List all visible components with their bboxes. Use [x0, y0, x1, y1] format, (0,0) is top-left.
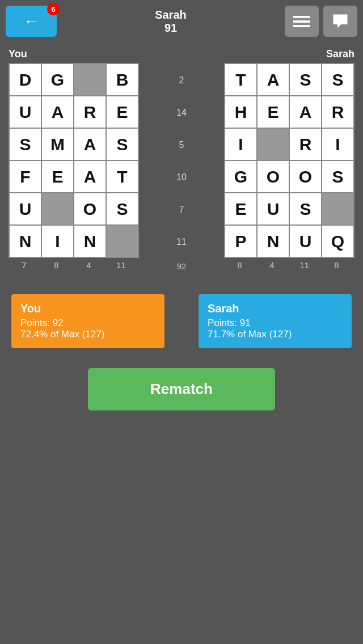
you-cell-1-2: R — [74, 96, 105, 128]
back-button[interactable]: ← 6 — [6, 6, 57, 37]
sarah-cell-5-2: U — [290, 226, 321, 257]
sarah-cell-2-3: I — [322, 129, 353, 160]
you-cell-1-0: U — [10, 96, 41, 128]
row-score-3: 10 — [176, 161, 187, 193]
sarah-cell-5-0: P — [225, 226, 256, 257]
header-right — [285, 6, 357, 37]
sarah-cell-1-0: H — [225, 96, 256, 128]
you-cell-4-3: S — [107, 193, 138, 224]
sarah-card-title: Sarah — [208, 302, 343, 315]
row-score-1: 14 — [176, 96, 187, 129]
you-card-points: Points: 92 — [20, 317, 155, 329]
sarah-cell-5-1: N — [258, 226, 289, 257]
sarah-col-total-2: 11 — [289, 260, 320, 270]
you-cell-0-1: G — [42, 64, 73, 95]
boards-section: You DGBUARESMASFEATUOSNIN 78411 21451071… — [9, 48, 354, 272]
sarah-col-total-0: 8 — [224, 260, 255, 270]
sarah-col-total-1: 4 — [256, 260, 288, 270]
score-cards: You Points: 92 72.4% of Max (127) Sarah … — [9, 294, 354, 348]
you-cell-3-0: F — [10, 161, 41, 192]
sarah-cell-0-0: T — [225, 64, 256, 95]
you-cell-4-0: U — [10, 193, 41, 224]
sarah-cell-2-0: I — [225, 129, 256, 160]
menu-icon — [293, 13, 310, 30]
sarah-card-percent: 71.7% of Max (127) — [208, 329, 343, 340]
you-cell-2-1: M — [42, 129, 73, 160]
sarah-col-totals: 84118 — [224, 260, 354, 270]
back-badge: 6 — [47, 3, 60, 15]
sarah-cell-5-3: Q — [322, 226, 353, 257]
sarah-cell-1-1: E — [258, 96, 289, 128]
you-cell-3-1: E — [42, 161, 73, 192]
you-cell-0-3: B — [107, 64, 138, 95]
total-score: 92 — [177, 260, 187, 272]
sarah-cell-0-2: S — [290, 64, 321, 95]
you-col-total-3: 11 — [105, 260, 137, 270]
menu-button[interactable] — [285, 6, 319, 37]
svg-rect-2 — [293, 25, 310, 27]
you-card-title: You — [20, 302, 155, 315]
you-board-container: You DGBUARESMASFEATUOSNIN 78411 — [9, 48, 139, 270]
header: ← 6 Sarah 91 — [0, 0, 363, 43]
you-cell-2-0: S — [10, 129, 41, 160]
you-col-total-0: 7 — [9, 260, 40, 270]
sarah-cell-3-0: G — [225, 161, 256, 192]
sarah-card-points: Points: 91 — [208, 317, 343, 329]
you-cell-4-1 — [42, 193, 73, 224]
sarah-cell-3-3: S — [322, 161, 353, 192]
you-cell-1-1: A — [42, 96, 73, 128]
sarah-score-card: Sarah Points: 91 71.7% of Max (127) — [199, 294, 352, 348]
opponent-score: 91 — [155, 22, 187, 35]
row-score-4: 7 — [179, 193, 184, 226]
you-cell-3-3: T — [107, 161, 138, 192]
you-cell-5-2: N — [74, 226, 105, 257]
you-col-total-2: 4 — [73, 260, 104, 270]
you-cell-5-0: N — [10, 226, 41, 257]
you-cell-0-2 — [74, 64, 105, 95]
you-score-card: You Points: 92 72.4% of Max (127) — [11, 294, 164, 348]
sarah-col-total-3: 8 — [321, 260, 352, 270]
chat-button[interactable] — [323, 6, 357, 37]
sarah-cell-4-0: E — [225, 193, 256, 224]
you-col-total-1: 8 — [41, 260, 72, 270]
sarah-cell-3-1: O — [258, 161, 289, 192]
you-cell-4-2: O — [74, 193, 105, 224]
chat-icon — [332, 13, 349, 30]
score-column: 21451071192 — [176, 48, 187, 272]
you-cell-0-0: D — [10, 64, 41, 95]
sarah-cell-3-2: O — [290, 161, 321, 192]
row-score-2: 5 — [179, 129, 184, 161]
you-cell-1-3: E — [107, 96, 138, 128]
main-content: You DGBUARESMASFEATUOSNIN 78411 21451071… — [0, 43, 363, 410]
svg-rect-1 — [293, 20, 310, 23]
row-score-0: 2 — [179, 64, 184, 96]
rematch-button[interactable]: Rematch — [88, 368, 275, 410]
you-col-totals: 78411 — [9, 260, 139, 270]
you-cell-5-3 — [107, 226, 138, 257]
rematch-section: Rematch — [9, 368, 354, 410]
sarah-cell-4-1: U — [258, 193, 289, 224]
sarah-label: Sarah — [224, 48, 354, 60]
you-cell-2-2: A — [74, 129, 105, 160]
back-arrow-icon: ← — [24, 12, 39, 30]
sarah-cell-1-3: R — [322, 96, 353, 128]
you-label: You — [9, 48, 139, 60]
you-cell-3-2: A — [74, 161, 105, 192]
sarah-board-grid: TASSHEARIRIGOOSEUSPNUQ — [224, 63, 354, 258]
you-board-grid: DGBUARESMASFEATUOSNIN — [9, 63, 139, 258]
row-score-5: 11 — [176, 226, 187, 258]
opponent-name: Sarah — [155, 9, 187, 22]
sarah-cell-4-3 — [322, 193, 353, 224]
you-cell-5-1: I — [42, 226, 73, 257]
sarah-cell-0-1: A — [258, 64, 289, 95]
sarah-cell-2-2: R — [290, 129, 321, 160]
sarah-cell-0-3: S — [322, 64, 353, 95]
sarah-board-container: Sarah TASSHEARIRIGOOSEUSPNUQ 84118 — [224, 48, 354, 270]
sarah-cell-4-2: S — [290, 193, 321, 224]
sarah-cell-2-1 — [258, 129, 289, 160]
you-cell-2-3: S — [107, 129, 138, 160]
header-center: Sarah 91 — [155, 9, 187, 35]
you-card-percent: 72.4% of Max (127) — [20, 329, 155, 340]
svg-rect-0 — [293, 16, 310, 18]
sarah-cell-1-2: A — [290, 96, 321, 128]
